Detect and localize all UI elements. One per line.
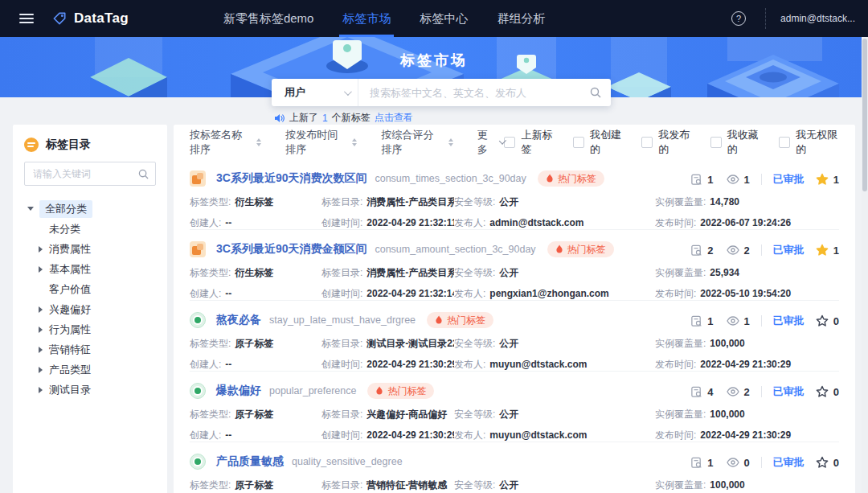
sort-option[interactable]: 按综合评分排序 bbox=[381, 128, 452, 157]
toolbar: 按标签名称排序 按发布时间排序 按综合评分排序 更多 上新标签 我创建的 我发布… bbox=[190, 125, 839, 159]
sidebar-search-input[interactable] bbox=[25, 168, 138, 179]
caret-right-icon[interactable] bbox=[39, 367, 43, 373]
checkbox-icon[interactable] bbox=[710, 137, 722, 148]
tree-item[interactable]: 基本属性 bbox=[13, 259, 167, 279]
scrollbar-thumb[interactable] bbox=[862, 39, 867, 191]
metrics-divider bbox=[761, 386, 762, 397]
tree-item[interactable]: 行为属性 bbox=[13, 319, 167, 339]
user-account[interactable]: admin@dtstack... bbox=[780, 13, 855, 24]
create-time-value: 2022-04-29 21:32:11 bbox=[366, 217, 454, 228]
checkbox-icon[interactable] bbox=[641, 137, 653, 148]
search-input[interactable] bbox=[358, 87, 590, 99]
tree-item-label: 测试目录 bbox=[49, 383, 91, 397]
publish-time-value: 2022-04-29 21:30:29 bbox=[700, 359, 791, 370]
approved-link[interactable]: 已审批 bbox=[773, 172, 805, 187]
flame-icon bbox=[435, 315, 443, 325]
navbar-right: ? admin@dtstack... bbox=[731, 8, 868, 29]
usage-doc-icon bbox=[690, 244, 702, 257]
caret-down-icon[interactable] bbox=[27, 207, 34, 211]
tag-title[interactable]: 3C系列最近90天消费次数区间 bbox=[216, 171, 366, 186]
tree-item[interactable]: 产品类型 bbox=[13, 359, 167, 380]
tag-english-name: consum_times_section_3c_90day bbox=[375, 173, 526, 184]
tag-type-value: 衍生标签 bbox=[235, 266, 273, 280]
tree-item[interactable]: 消费属性 bbox=[13, 239, 167, 259]
caret-right-icon[interactable] bbox=[39, 327, 43, 333]
nav-item[interactable]: 新零售标签demo bbox=[209, 0, 329, 37]
coverage-label: 实例覆盖量: bbox=[655, 195, 706, 209]
usage-doc-icon bbox=[690, 174, 702, 186]
brand[interactable]: DataTag bbox=[51, 10, 129, 27]
star-icon[interactable] bbox=[816, 173, 829, 186]
tree-item[interactable]: 兴趣偏好 bbox=[13, 299, 167, 319]
nav-item[interactable]: 标签中心 bbox=[405, 0, 482, 37]
star-count: 0 bbox=[833, 315, 839, 327]
tree-root-item[interactable]: 全部分类 bbox=[13, 199, 167, 219]
caret-right-icon[interactable] bbox=[39, 246, 43, 253]
checkbox-icon[interactable] bbox=[573, 137, 584, 148]
nav-item[interactable]: 群组分析 bbox=[482, 0, 559, 37]
checkbox-icon[interactable] bbox=[504, 137, 515, 148]
caret-right-icon[interactable] bbox=[39, 347, 43, 353]
create-time-value: 2022-04-29 21:32:14 bbox=[366, 288, 454, 299]
filter-checkbox[interactable]: 上新标签 bbox=[504, 128, 555, 157]
tag-metrics: 1 1 已审批 0 bbox=[690, 314, 839, 328]
tag-title[interactable]: 熬夜必备 bbox=[216, 313, 261, 327]
create-time-value: 2022-04-29 21:30:29 bbox=[366, 359, 454, 370]
checkbox-icon[interactable] bbox=[779, 137, 790, 148]
atomic-tag-icon bbox=[190, 454, 206, 470]
search-icon[interactable] bbox=[590, 87, 601, 98]
publish-time-label: 发布时间: bbox=[655, 358, 696, 372]
flame-icon bbox=[555, 244, 563, 254]
sort-option[interactable]: 按标签名称排序 bbox=[190, 128, 261, 157]
filter-checkbox[interactable]: 我无权限的 bbox=[779, 128, 839, 157]
view-count: 1 bbox=[744, 174, 750, 186]
search-category-select[interactable]: 用户 bbox=[272, 79, 358, 106]
filter-checkbox[interactable]: 我发布的 bbox=[641, 128, 692, 157]
hamburger-menu-icon[interactable] bbox=[19, 14, 34, 23]
coverage-value: 25,934 bbox=[710, 267, 739, 278]
tag-title[interactable]: 3C系列最近90天消费金额区间 bbox=[216, 242, 366, 257]
caret-right-icon[interactable] bbox=[39, 266, 43, 273]
tag-title[interactable]: 爆款偏好 bbox=[216, 384, 261, 398]
caret-right-icon[interactable] bbox=[39, 306, 43, 313]
security-value: 公开 bbox=[499, 479, 518, 492]
tag-title[interactable]: 产品质量敏感 bbox=[216, 454, 284, 469]
more-button[interactable]: 更多 bbox=[477, 128, 505, 157]
eye-icon bbox=[727, 175, 739, 184]
approved-link[interactable]: 已审批 bbox=[773, 384, 805, 399]
publisher-label: 发布人: bbox=[454, 216, 485, 230]
star-count: 0 bbox=[833, 386, 839, 398]
creator-value: -- bbox=[225, 217, 231, 228]
create-time-label: 创建时间: bbox=[321, 287, 362, 301]
tree-item[interactable]: 客户价值 bbox=[13, 279, 167, 299]
chevron-down-icon bbox=[344, 88, 352, 96]
star-icon[interactable] bbox=[816, 456, 829, 469]
tree-item[interactable]: 测试目录 bbox=[13, 380, 167, 400]
catalog-label: 标签目录: bbox=[321, 266, 362, 280]
tag-type-label: 标签类型: bbox=[190, 408, 231, 421]
sidebar-search-icon[interactable] bbox=[138, 169, 149, 179]
usage-count: 2 bbox=[707, 244, 713, 257]
tree-item[interactable]: 未分类 bbox=[13, 219, 167, 239]
approved-link[interactable]: 已审批 bbox=[773, 314, 805, 328]
publish-time-label: 发布时间: bbox=[655, 287, 696, 301]
filter-checkbox[interactable]: 我创建的 bbox=[573, 128, 624, 157]
tag-type-value: 原子标签 bbox=[235, 479, 273, 492]
sort-carets-icon bbox=[256, 138, 261, 146]
star-icon[interactable] bbox=[816, 244, 829, 257]
star-icon[interactable] bbox=[816, 385, 829, 398]
star-icon[interactable] bbox=[816, 314, 829, 327]
tree-root-label: 全部分类 bbox=[39, 200, 92, 218]
usage-count: 4 bbox=[707, 386, 713, 398]
approved-link[interactable]: 已审批 bbox=[773, 455, 805, 470]
sort-option[interactable]: 按发布时间排序 bbox=[285, 128, 357, 157]
star-count: 1 bbox=[833, 174, 839, 186]
help-icon[interactable]: ? bbox=[731, 11, 746, 26]
tree-item[interactable]: 营销特征 bbox=[13, 339, 167, 359]
tree-item-label: 兴趣偏好 bbox=[49, 302, 91, 317]
announcement-view-link[interactable]: 点击查看 bbox=[375, 111, 413, 125]
filter-checkbox[interactable]: 我收藏的 bbox=[710, 128, 761, 157]
approved-link[interactable]: 已审批 bbox=[773, 243, 805, 257]
nav-item[interactable]: 标签市场 bbox=[328, 0, 405, 37]
caret-right-icon[interactable] bbox=[39, 387, 43, 393]
